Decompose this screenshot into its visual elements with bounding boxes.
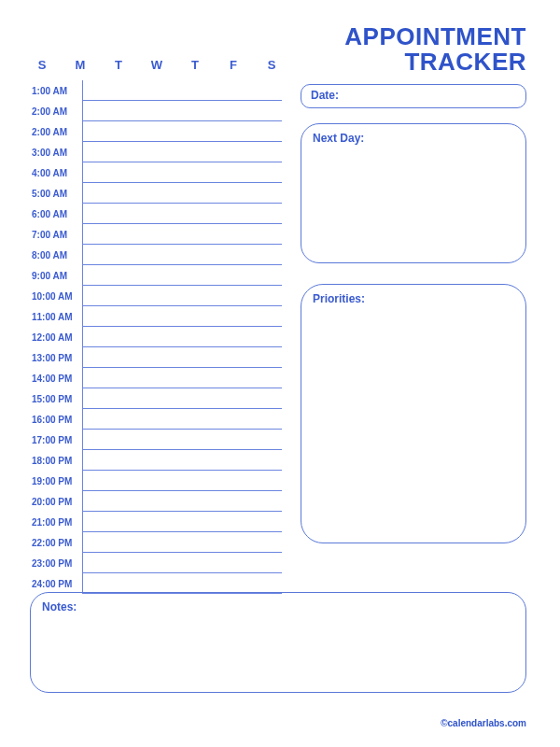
time-line <box>82 532 282 553</box>
time-line <box>82 286 282 306</box>
time-line <box>82 121 282 142</box>
time-label: 23:00 PM <box>30 558 82 569</box>
time-slot-row[interactable]: 10:00 AM <box>30 286 282 306</box>
days-header-row: S M T W T F S <box>35 58 278 72</box>
time-slot-row[interactable]: 19:00 PM <box>30 471 282 491</box>
time-line <box>82 245 282 265</box>
time-slot-row[interactable]: 17:00 PM <box>30 430 282 450</box>
time-line <box>82 450 282 471</box>
time-slot-row[interactable]: 12:00 AM <box>30 327 282 347</box>
time-line <box>82 512 282 532</box>
next-day-label: Next Day: <box>313 132 514 145</box>
time-line <box>82 368 282 388</box>
time-slot-row[interactable]: 21:00 PM <box>30 512 282 532</box>
footer-credit: ©calendarlabs.com <box>441 718 526 728</box>
appointment-tracker-page: APPOINTMENT TRACKER S M T W T F S 1:00 A… <box>0 0 560 747</box>
time-line <box>82 553 282 573</box>
time-line <box>82 224 282 245</box>
time-slot-row[interactable]: 15:00 PM <box>30 388 282 409</box>
time-line <box>82 142 282 162</box>
date-box[interactable]: Date: <box>301 84 526 108</box>
time-label: 19:00 PM <box>30 476 82 486</box>
time-slot-row[interactable]: 5:00 AM <box>30 183 282 204</box>
time-slot-row[interactable]: 7:00 AM <box>30 224 282 245</box>
time-line <box>82 162 282 183</box>
priorities-box[interactable]: Priorities: <box>301 284 526 543</box>
time-slot-row[interactable]: 8:00 AM <box>30 245 282 265</box>
time-line <box>82 204 282 224</box>
time-label: 8:00 AM <box>30 250 82 261</box>
time-line <box>82 183 282 204</box>
time-line <box>82 80 282 101</box>
time-slot-row[interactable]: 9:00 AM <box>30 265 282 286</box>
day-header: W <box>150 58 163 72</box>
page-title: APPOINTMENT TRACKER <box>344 24 526 76</box>
next-day-box[interactable]: Next Day: <box>301 123 526 263</box>
time-label: 20:00 PM <box>30 497 82 507</box>
time-label: 5:00 AM <box>30 189 82 199</box>
time-slot-row[interactable]: 14:00 PM <box>30 368 282 388</box>
time-label: 2:00 AM <box>30 127 82 137</box>
day-header: S <box>265 58 278 72</box>
time-label: 18:00 PM <box>30 456 82 466</box>
day-header: M <box>74 58 87 72</box>
time-line <box>82 430 282 450</box>
day-header: F <box>227 58 240 72</box>
time-label: 3:00 AM <box>30 148 82 158</box>
time-label: 4:00 AM <box>30 168 82 178</box>
time-line <box>82 347 282 368</box>
time-line <box>82 101 282 121</box>
time-line <box>82 388 282 409</box>
day-header: T <box>189 58 202 72</box>
time-label: 21:00 PM <box>30 517 82 528</box>
time-label: 22:00 PM <box>30 538 82 548</box>
time-slot-row[interactable]: 2:00 AM <box>30 121 282 142</box>
time-line <box>82 265 282 286</box>
time-label: 2:00 AM <box>30 106 82 117</box>
time-slot-row[interactable]: 16:00 PM <box>30 409 282 430</box>
title-line-2: TRACKER <box>344 49 526 75</box>
time-label: 17:00 PM <box>30 435 82 445</box>
time-slot-row[interactable]: 2:00 AM <box>30 101 282 121</box>
time-line <box>82 471 282 491</box>
time-slot-row[interactable]: 22:00 PM <box>30 532 282 553</box>
notes-box[interactable]: Notes: <box>30 592 526 693</box>
time-line <box>82 306 282 327</box>
time-label: 12:00 AM <box>30 332 82 343</box>
time-label: 6:00 AM <box>30 209 82 219</box>
time-label: 10:00 AM <box>30 291 82 302</box>
time-label: 7:00 AM <box>30 230 82 240</box>
time-slot-row[interactable]: 6:00 AM <box>30 204 282 224</box>
time-label: 15:00 PM <box>30 394 82 404</box>
time-slot-row[interactable]: 24:00 PM <box>30 573 282 594</box>
time-line <box>82 491 282 512</box>
notes-label: Notes: <box>42 600 514 613</box>
time-slot-row[interactable]: 1:00 AM <box>30 80 282 101</box>
priorities-label: Priorities: <box>313 292 514 305</box>
time-slot-row[interactable]: 3:00 AM <box>30 142 282 162</box>
time-label: 14:00 PM <box>30 374 82 384</box>
time-line <box>82 327 282 347</box>
date-label: Date: <box>311 89 516 102</box>
time-slot-row[interactable]: 11:00 AM <box>30 306 282 327</box>
time-slot-row[interactable]: 20:00 PM <box>30 491 282 512</box>
time-slot-row[interactable]: 13:00 PM <box>30 347 282 368</box>
time-slot-row[interactable]: 23:00 PM <box>30 553 282 573</box>
time-label: 9:00 AM <box>30 271 82 281</box>
day-header: S <box>35 58 49 72</box>
time-line <box>82 409 282 430</box>
day-header: T <box>112 58 125 72</box>
time-schedule: 1:00 AM2:00 AM2:00 AM3:00 AM4:00 AM5:00 … <box>30 80 282 594</box>
time-label: 24:00 PM <box>30 579 82 589</box>
title-line-1: APPOINTMENT <box>344 24 526 49</box>
time-line <box>82 573 282 594</box>
time-slot-row[interactable]: 18:00 PM <box>30 450 282 471</box>
time-label: 16:00 PM <box>30 415 82 425</box>
time-label: 1:00 AM <box>30 86 82 96</box>
time-label: 11:00 AM <box>30 312 82 322</box>
time-label: 13:00 PM <box>30 353 82 363</box>
time-slot-row[interactable]: 4:00 AM <box>30 162 282 183</box>
